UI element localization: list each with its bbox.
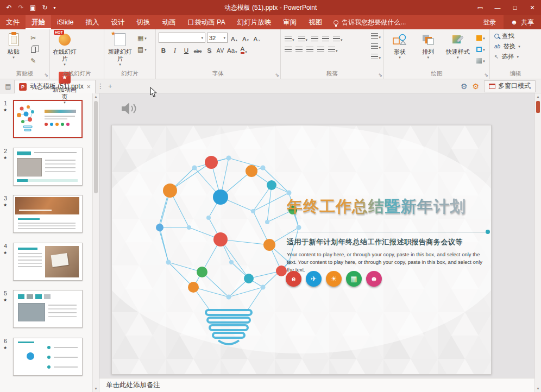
- text-direction-button[interactable]: ▾: [371, 31, 381, 39]
- numbering-button[interactable]: ▾: [298, 34, 308, 42]
- tell-me-box[interactable]: 告诉我您想要做什么...: [328, 15, 411, 29]
- tab-home[interactable]: 开始: [26, 15, 51, 29]
- shape-outline-button[interactable]: ▾: [475, 45, 487, 54]
- format-painter-button[interactable]: ✎: [27, 56, 39, 66]
- new-slide-button[interactable]: ★ 新建幻灯片 ▾: [106, 31, 134, 69]
- font-color-button[interactable]: A▾: [239, 45, 249, 54]
- shape-fill-button[interactable]: ▾: [475, 33, 487, 43]
- slide-thumbnail-4[interactable]: [13, 243, 83, 281]
- panel-scroll-thumb[interactable]: [94, 101, 98, 193]
- tab-animations[interactable]: 动画: [156, 15, 182, 29]
- strikethrough-button[interactable]: abc: [193, 45, 203, 54]
- line-spacing-button[interactable]: ▾: [333, 34, 343, 42]
- slide-subtitle[interactable]: 适用于新年计划年终总结工作汇报述职报告商务会议等: [287, 237, 463, 247]
- save-icon[interactable]: ▣: [27, 1, 39, 14]
- tab-options-icon[interactable]: ⋮: [96, 82, 105, 90]
- align-center-button[interactable]: [295, 45, 303, 53]
- tab-islide[interactable]: iSlide: [51, 15, 80, 29]
- tab-transitions[interactable]: 切换: [131, 15, 156, 29]
- maximize-icon[interactable]: □: [506, 0, 524, 15]
- social-icon-pink-people[interactable]: ☻: [366, 271, 382, 287]
- columns-button[interactable]: ▾: [328, 45, 338, 53]
- section-button[interactable]: ▤▾: [136, 45, 148, 54]
- find-button[interactable]: 查找: [492, 31, 540, 41]
- slide-title[interactable]: 年终工作总结暨新年计划: [287, 196, 492, 218]
- paste-dropdown-icon[interactable]: ▾: [12, 55, 15, 59]
- italic-button[interactable]: I: [170, 45, 180, 54]
- slide-thumbnail-6[interactable]: [13, 338, 83, 376]
- increase-indent-button[interactable]: [322, 34, 329, 42]
- font-name-combobox[interactable]: ▾: [159, 33, 205, 43]
- align-left-button[interactable]: [285, 45, 292, 53]
- undo-icon[interactable]: ↶: [3, 1, 15, 14]
- quick-styles-button[interactable]: 快速样式 ▾: [443, 31, 473, 69]
- copy-button[interactable]: [27, 45, 39, 54]
- slide-thumbnail-5[interactable]: [13, 290, 83, 328]
- replace-button[interactable]: ab 替换 ▾: [492, 41, 540, 52]
- cut-button[interactable]: ✂: [27, 33, 39, 43]
- tab-file[interactable]: 文件: [0, 15, 26, 29]
- new-tab-icon[interactable]: +: [105, 82, 115, 90]
- text-shadow-button[interactable]: S: [204, 45, 214, 54]
- font-dialog-launcher[interactable]: ⇘: [275, 73, 279, 78]
- social-icon-orange-sun[interactable]: ☀: [326, 271, 342, 287]
- tab-review[interactable]: 审阅: [277, 15, 303, 29]
- online-slides-button[interactable]: HOT 在线幻灯片 ▾: [52, 31, 78, 69]
- slide-thumbnail-2[interactable]: [13, 148, 83, 186]
- find-settings-icon[interactable]: ⚙: [461, 82, 468, 91]
- scroll-down-icon[interactable]: ▾: [535, 387, 541, 391]
- slide-editing-area[interactable]: 年终工作总结暨新年计划 适用于新年计划年终总结工作汇报述职报告商务会议等 You…: [99, 93, 534, 378]
- justify-button[interactable]: [317, 45, 324, 53]
- drawing-dialog-launcher[interactable]: ⇘: [484, 73, 488, 78]
- sign-in-button[interactable]: 登录: [475, 15, 504, 29]
- tab-pocket-animation[interactable]: 口袋动画 PA: [182, 15, 231, 29]
- decrease-indent-button[interactable]: [311, 34, 318, 42]
- tab-view[interactable]: 视图: [303, 15, 328, 29]
- slide[interactable]: 年终工作总结暨新年计划 适用于新年计划年终总结工作汇报述职报告商务会议等 You…: [111, 125, 492, 375]
- change-case-button[interactable]: Aa▾: [227, 45, 237, 54]
- minimize-icon[interactable]: —: [489, 0, 506, 15]
- shape-effects-button[interactable]: ▾: [475, 56, 487, 66]
- lightbulb-network-graphic[interactable]: [139, 146, 318, 352]
- pane-toggle-icon[interactable]: ▤: [2, 83, 14, 90]
- social-icon-green-chart[interactable]: ▦: [346, 271, 362, 287]
- paste-button[interactable]: 粘贴 ▾: [2, 31, 26, 69]
- clipboard-dialog-launcher[interactable]: ⇘: [44, 73, 48, 78]
- share-button[interactable]: ☻ 共享: [504, 15, 541, 29]
- tab-design[interactable]: 设计: [105, 15, 131, 29]
- repeat-icon[interactable]: ↻: [39, 1, 51, 14]
- tab-insert[interactable]: 插入: [80, 15, 105, 29]
- social-icon-blue-bird[interactable]: ✈: [306, 271, 322, 287]
- bullets-button[interactable]: ▾: [285, 34, 294, 42]
- notes-pane[interactable]: 单击此处添加备注: [99, 378, 534, 392]
- align-right-button[interactable]: [306, 45, 313, 53]
- clear-formatting-button[interactable]: A×: [252, 33, 262, 43]
- redo-icon[interactable]: ↷: [15, 1, 27, 14]
- shrink-font-button[interactable]: A▾: [241, 33, 250, 43]
- multi-window-mode-button[interactable]: 多窗口模式: [484, 80, 536, 92]
- scroll-down-icon[interactable]: ▾: [93, 387, 99, 391]
- slide-body-text[interactable]: Your content to play here, or through yo…: [287, 251, 489, 273]
- main-scroll-thumb[interactable]: [536, 101, 540, 113]
- scroll-up-icon[interactable]: ▴: [535, 94, 541, 99]
- main-scrollbar[interactable]: ▴ ▾: [534, 93, 541, 392]
- font-size-combobox[interactable]: 32 ▾: [207, 33, 228, 43]
- character-spacing-button[interactable]: AV: [216, 45, 225, 54]
- paragraph-dialog-launcher[interactable]: ⇘: [378, 73, 382, 78]
- close-tab-icon[interactable]: ×: [87, 83, 91, 91]
- settings-gear-icon[interactable]: ⚙: [472, 82, 479, 91]
- layout-button[interactable]: ▦▾: [136, 33, 148, 43]
- panel-scrollbar[interactable]: ▴ ▾: [92, 93, 99, 392]
- scroll-up-icon[interactable]: ▴: [93, 94, 99, 99]
- underline-button[interactable]: U: [181, 45, 191, 54]
- qat-customize-icon[interactable]: ▾: [51, 1, 58, 14]
- select-button[interactable]: ↖ 选择 ▾: [492, 52, 540, 62]
- bold-button[interactable]: B: [159, 45, 168, 54]
- arrange-button[interactable]: 排列 ▾: [416, 31, 441, 69]
- ribbon-display-options-icon[interactable]: ▭: [471, 0, 489, 15]
- close-icon[interactable]: ✕: [524, 0, 541, 15]
- slide-thumbnail-3[interactable]: [13, 195, 83, 233]
- convert-smartart-button[interactable]: ▾: [371, 52, 381, 60]
- tab-slideshow[interactable]: 幻灯片放映: [231, 15, 278, 29]
- grow-font-button[interactable]: A▴: [229, 33, 239, 43]
